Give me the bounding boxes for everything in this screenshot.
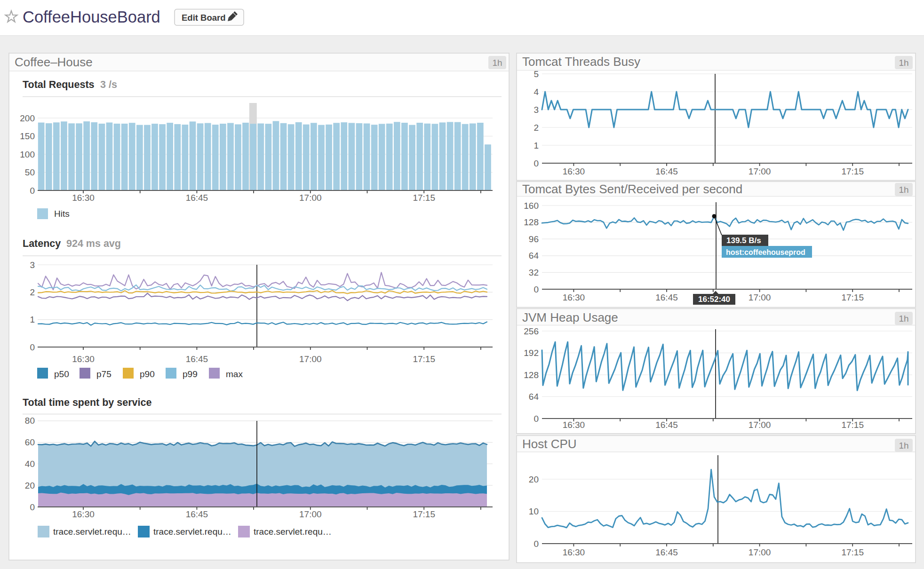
svg-text:Tomcat Bytes Sent/Received per: Tomcat Bytes Sent/Received per second (522, 182, 742, 196)
svg-text:0: 0 (30, 502, 35, 512)
svg-text:16:30: 16:30 (72, 193, 95, 203)
svg-text:17:00: 17:00 (299, 354, 322, 364)
svg-text:20: 20 (25, 481, 35, 490)
svg-text:1h: 1h (492, 58, 502, 68)
svg-text:17:00: 17:00 (299, 193, 322, 203)
svg-text:16:30: 16:30 (72, 354, 95, 364)
svg-text:host:coffeehouseprod: host:coffeehouseprod (726, 248, 805, 256)
svg-text:17:15: 17:15 (841, 292, 864, 302)
svg-text:80: 80 (25, 416, 35, 426)
svg-text:16:30: 16:30 (563, 420, 585, 430)
svg-text:16:30: 16:30 (72, 509, 95, 519)
svg-text:Coffee–House: Coffee–House (15, 55, 93, 69)
svg-text:trace.servlet.requ…: trace.servlet.requ… (153, 527, 231, 537)
svg-text:200: 200 (20, 113, 35, 123)
svg-text:16:45: 16:45 (186, 509, 208, 519)
svg-text:16:45: 16:45 (655, 292, 678, 302)
svg-text:40: 40 (25, 459, 35, 469)
svg-text:trace.servlet.requ…: trace.servlet.requ… (53, 527, 131, 537)
svg-text:Edit Board: Edit Board (182, 13, 226, 23)
svg-text:17:00: 17:00 (299, 509, 322, 519)
svg-text:16:30: 16:30 (563, 547, 585, 557)
svg-text:17:15: 17:15 (841, 420, 864, 430)
svg-text:17:15: 17:15 (841, 166, 864, 176)
svg-text:CoffeeHouseBoard: CoffeeHouseBoard (23, 8, 160, 26)
svg-text:2: 2 (534, 123, 539, 133)
svg-text:17:00: 17:00 (749, 547, 771, 557)
svg-text:Latency: Latency (23, 238, 61, 249)
svg-text:128: 128 (524, 217, 539, 227)
svg-text:p99: p99 (183, 369, 198, 379)
svg-text:128: 128 (524, 370, 539, 380)
svg-text:0: 0 (534, 158, 539, 168)
svg-text:924 ms avg: 924 ms avg (66, 238, 121, 249)
svg-text:3 /s: 3 /s (100, 79, 117, 90)
svg-text:Total Requests: Total Requests (23, 79, 95, 90)
svg-text:17:15: 17:15 (413, 193, 435, 203)
svg-text:1h: 1h (899, 441, 908, 450)
svg-text:17:00: 17:00 (749, 292, 771, 302)
svg-text:16:45: 16:45 (655, 547, 678, 557)
svg-text:1h: 1h (899, 58, 908, 68)
svg-text:Tomcat Threads Busy: Tomcat Threads Busy (522, 55, 640, 69)
svg-text:p50: p50 (54, 369, 69, 379)
svg-text:16:52:40: 16:52:40 (698, 295, 730, 304)
svg-text:64: 64 (529, 251, 539, 261)
svg-text:16:45: 16:45 (655, 420, 678, 430)
svg-text:50: 50 (25, 167, 35, 177)
svg-text:1: 1 (30, 315, 35, 324)
svg-text:96: 96 (529, 234, 539, 244)
svg-text:17:00: 17:00 (749, 420, 771, 430)
svg-text:Host CPU: Host CPU (522, 437, 577, 451)
svg-text:1h: 1h (899, 185, 908, 195)
svg-text:Total time spent by service: Total time spent by service (23, 397, 151, 408)
svg-text:3: 3 (534, 105, 539, 115)
svg-text:17:15: 17:15 (841, 547, 864, 557)
svg-text:32: 32 (529, 268, 539, 277)
svg-text:0: 0 (30, 186, 35, 196)
svg-text:139.5 B/s: 139.5 B/s (726, 236, 761, 245)
svg-text:17:00: 17:00 (749, 166, 771, 176)
svg-text:192: 192 (524, 348, 539, 358)
svg-text:60: 60 (25, 437, 35, 447)
svg-text:64: 64 (529, 392, 539, 402)
svg-text:100: 100 (20, 150, 35, 159)
svg-text:Hits: Hits (54, 209, 70, 219)
svg-text:1h: 1h (899, 314, 908, 324)
svg-text:p75: p75 (96, 369, 112, 379)
svg-text:JVM Heap Usage: JVM Heap Usage (522, 310, 618, 324)
svg-text:256: 256 (524, 326, 539, 336)
svg-text:0: 0 (534, 284, 539, 294)
svg-text:16:30: 16:30 (563, 292, 585, 302)
svg-text:0: 0 (534, 414, 539, 424)
svg-text:5: 5 (534, 69, 539, 79)
svg-text:16:30: 16:30 (563, 166, 585, 176)
svg-text:150: 150 (20, 131, 35, 141)
svg-text:p90: p90 (140, 369, 155, 379)
svg-text:3: 3 (30, 260, 35, 270)
svg-text:17:15: 17:15 (413, 354, 435, 364)
svg-text:max: max (226, 369, 243, 379)
svg-text:1: 1 (534, 141, 539, 150)
svg-text:20: 20 (529, 474, 539, 484)
svg-text:0: 0 (30, 342, 35, 352)
svg-text:trace.servlet.requ…: trace.servlet.requ… (254, 527, 332, 537)
svg-text:17:15: 17:15 (413, 509, 435, 519)
svg-text:16:45: 16:45 (655, 166, 678, 176)
svg-text:0: 0 (534, 539, 539, 549)
svg-text:4: 4 (534, 87, 539, 97)
svg-text:160: 160 (524, 201, 539, 211)
svg-text:2: 2 (30, 287, 35, 297)
svg-text:16:45: 16:45 (186, 193, 208, 203)
svg-text:10: 10 (529, 506, 539, 516)
svg-text:16:45: 16:45 (186, 354, 208, 364)
